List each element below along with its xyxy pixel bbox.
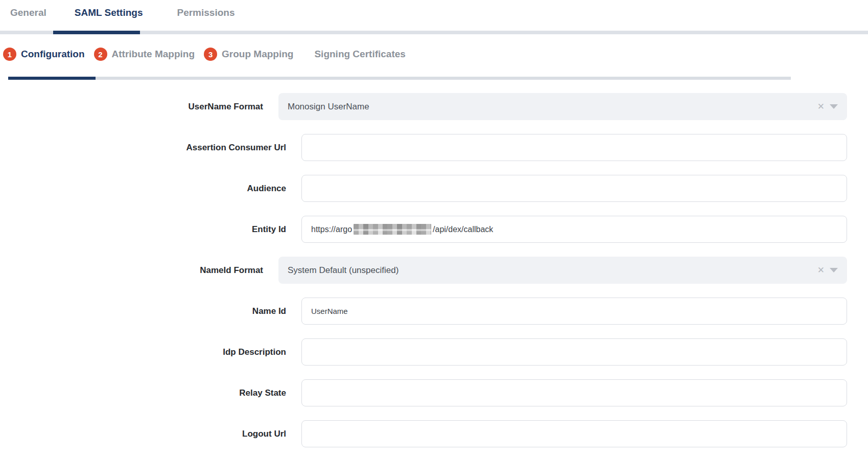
clear-icon[interactable]: ✕ <box>817 102 825 111</box>
step-signing-certificates[interactable]: Signing Certificates <box>314 49 405 60</box>
username-format-select[interactable]: Monosign UserName ✕ <box>278 93 847 120</box>
wizard-steps: 1 Configuration 2 Attribute Mapping 3 Gr… <box>0 34 868 61</box>
form-row-assertion-consumer-url: Assertion Consumer Url <box>0 134 847 161</box>
logout-url-label: Logout Url <box>0 429 286 439</box>
clear-icon[interactable]: ✕ <box>817 266 825 275</box>
step-label: Attribute Mapping <box>112 49 195 60</box>
assertion-consumer-url-input[interactable] <box>301 134 847 161</box>
username-format-label: UserName Format <box>0 102 263 112</box>
select-icons: ✕ <box>817 102 838 111</box>
redacted-pixelated-segment <box>354 224 431 235</box>
idp-description-input[interactable] <box>301 338 847 366</box>
entity-id-value-prefix: https://argo <box>311 225 352 234</box>
tab-permissions[interactable]: Permissions <box>177 7 234 18</box>
username-format-value: Monosign UserName <box>288 102 369 112</box>
tab-general[interactable]: General <box>10 7 46 18</box>
caret-down-icon[interactable] <box>830 104 838 109</box>
form-row-idp-description: Idp Description <box>0 338 847 366</box>
step-label: Signing Certificates <box>314 49 405 60</box>
form-row-relay-state: Relay State <box>0 379 847 406</box>
nameid-format-value: System Default (unspecified) <box>288 265 398 276</box>
caret-down-icon[interactable] <box>830 268 838 272</box>
step-number-badge: 2 <box>94 48 107 61</box>
step-number-badge: 1 <box>3 48 16 61</box>
form-row-nameid-format: NameId Format System Default (unspecifie… <box>0 257 847 284</box>
entity-id-value-suffix: /api/dex/callback <box>433 225 493 234</box>
nameid-format-label: NameId Format <box>0 265 263 276</box>
wizard-step-bar: 1 Configuration 2 Attribute Mapping 3 Gr… <box>0 34 868 80</box>
select-icons: ✕ <box>817 266 838 275</box>
step-label: Group Mapping <box>222 49 293 60</box>
step-bar-track <box>8 77 791 80</box>
relay-state-label: Relay State <box>0 388 286 398</box>
name-id-input[interactable] <box>301 298 847 325</box>
form-row-audience: Audience <box>0 175 847 202</box>
step-label: Configuration <box>21 49 85 60</box>
step-configuration[interactable]: 1 Configuration <box>3 48 85 61</box>
entity-id-label: Entity Id <box>0 224 286 235</box>
form-row-entity-id: Entity Id https://argo /api/dex/callback <box>0 216 847 243</box>
audience-label: Audience <box>0 184 286 194</box>
step-group-mapping[interactable]: 3 Group Mapping <box>204 48 293 61</box>
form-row-username-format: UserName Format Monosign UserName ✕ <box>0 93 847 120</box>
active-step-indicator <box>8 77 96 80</box>
logout-url-input[interactable] <box>301 420 847 447</box>
saml-configuration-form: UserName Format Monosign UserName ✕ Asse… <box>0 93 847 447</box>
name-id-label: Name Id <box>0 306 286 316</box>
tab-saml-settings[interactable]: SAML Settings <box>75 7 143 18</box>
relay-state-input[interactable] <box>301 379 847 406</box>
top-tab-bar: General SAML Settings Permissions <box>0 0 868 34</box>
assertion-consumer-url-label: Assertion Consumer Url <box>0 143 286 153</box>
form-row-name-id: Name Id <box>0 298 847 325</box>
active-tab-indicator <box>53 31 140 34</box>
step-attribute-mapping[interactable]: 2 Attribute Mapping <box>94 48 195 61</box>
top-tabs: General SAML Settings Permissions <box>0 0 868 18</box>
idp-description-label: Idp Description <box>0 347 286 357</box>
nameid-format-select[interactable]: System Default (unspecified) ✕ <box>278 257 847 284</box>
entity-id-input[interactable]: https://argo /api/dex/callback <box>301 216 847 243</box>
saml-settings-page: General SAML Settings Permissions 1 Conf… <box>0 0 868 455</box>
audience-input[interactable] <box>301 175 847 202</box>
step-number-badge: 3 <box>204 48 217 61</box>
form-row-logout-url: Logout Url <box>0 420 847 447</box>
